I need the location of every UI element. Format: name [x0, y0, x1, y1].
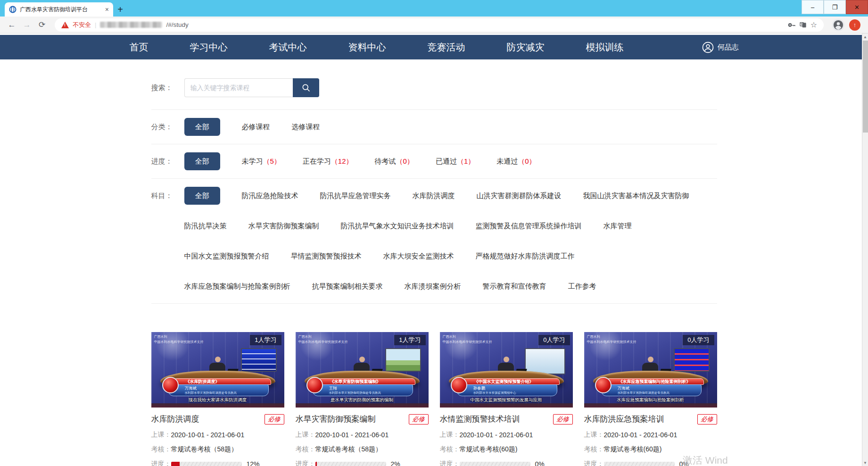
progress-option-notstarted[interactable]: 未学习（5） — [242, 152, 281, 170]
progress-bar — [171, 462, 242, 466]
nav-item-exam-center[interactable]: 考试中心 — [269, 41, 307, 54]
watermark-line: 广西水利 — [587, 334, 637, 340]
category-option-elective[interactable]: 选修课程 — [292, 118, 320, 136]
back-icon[interactable]: ← — [6, 20, 18, 30]
nav-item-study-center[interactable]: 学习中心 — [190, 41, 228, 54]
subject-tag[interactable]: 水库管理 — [603, 217, 632, 235]
progress-bar — [604, 462, 675, 466]
subject-option-all[interactable]: 全部 — [184, 187, 220, 205]
category-option-all[interactable]: 全部 — [184, 118, 220, 136]
security-label[interactable]: 不安全 — [73, 21, 91, 29]
red-logo-sphere — [595, 377, 612, 393]
subject-tag[interactable]: 抗旱预案编制相关要求 — [312, 277, 383, 295]
profile-avatar-icon[interactable] — [832, 19, 844, 31]
subject-tag[interactable]: 防汛抗旱气象水文知识业务技术培训 — [341, 217, 454, 235]
progress-label: 进度： — [584, 460, 604, 466]
password-key-icon[interactable] — [788, 21, 795, 29]
forward-icon[interactable]: → — [21, 20, 33, 30]
speaker-org: 水利部水旱灾害防御司调度处专员教高 — [618, 391, 699, 395]
category-option-required[interactable]: 必修课程 — [242, 118, 270, 136]
reload-icon[interactable]: ⟳ — [36, 20, 48, 30]
subject-tag[interactable]: 防汛抗旱决策 — [184, 217, 227, 235]
course-title[interactable]: 水情监测预警技术培训 — [440, 414, 520, 424]
progress-option-failed[interactable]: 未通过（0） — [496, 152, 536, 170]
progress-option-passed[interactable]: 已通过（1） — [436, 152, 475, 170]
maximize-button[interactable]: ❐ — [824, 0, 846, 14]
address-bar[interactable]: 不安全 | /#/study ☆ — [55, 18, 824, 32]
course-title[interactable]: 水旱灾害防御预案编制 — [296, 414, 376, 424]
subject-tag[interactable]: 水库大坝安全监测技术 — [383, 247, 454, 265]
lower-third-body: 王翔 水利部水旱灾害防御司防御处专员教高 — [313, 384, 413, 396]
thumbnail-watermark: 广西水利 中国水利水电科学研究院技术支持 — [443, 334, 492, 344]
red-logo-sphere — [306, 377, 323, 393]
new-tab-button[interactable]: + — [113, 2, 127, 17]
lower-third-title: 《水库应急预案编制与抢险案例剖析》 — [606, 378, 704, 385]
nav-item-competition[interactable]: 竞赛活动 — [428, 41, 465, 54]
progress-option-pending-exam[interactable]: 待考试（0） — [375, 152, 414, 170]
option-count: （5） — [263, 157, 281, 165]
nav-item-resource-center[interactable]: 资料中心 — [348, 41, 386, 54]
nav-item-simulation-training[interactable]: 模拟训练 — [586, 41, 624, 54]
exam-row: 考核： 常规试卷考核（58题） — [296, 445, 429, 454]
subject-tag[interactable]: 水库防洪调度 — [413, 187, 455, 205]
user-name: 何品志 — [718, 43, 739, 52]
url-path: /#/study — [166, 21, 188, 28]
nav-item-disaster-prevention[interactable]: 防灾减灾 — [507, 41, 545, 54]
translate-icon[interactable] — [799, 21, 807, 29]
subject-tag[interactable]: 防汛应急抢险技术 — [242, 187, 298, 205]
tab-close-icon[interactable]: × — [105, 6, 109, 13]
progress-bar — [460, 462, 530, 466]
course-thumbnail[interactable]: 广西水利 中国水利水电科学研究院技术支持 0人学习 《水库应急预案编制与抢险案例… — [584, 332, 717, 408]
subject-tag[interactable]: 旱情监测预警预报技术 — [291, 247, 362, 265]
minimize-button[interactable]: – — [802, 0, 824, 14]
subject-tag[interactable]: 防汛抗旱应急管理实务 — [320, 187, 391, 205]
subject-tag[interactable]: 监测预警及信息管理系统操作培训 — [476, 217, 582, 235]
scrollbar-down-arrow[interactable]: ▼ — [862, 459, 868, 466]
page-scrollbar[interactable]: ▲ ▼ — [862, 33, 868, 466]
course-thumbnail[interactable]: 广西水利 中国水利水电科学研究院技术支持 1人学习 《水旱灾害防御预案编制》 王… — [296, 332, 429, 408]
subject-tag[interactable]: 严格规范做好水库防洪调度工作 — [476, 247, 575, 265]
subject-tag[interactable]: 山洪灾害群测群防体系建设 — [477, 187, 562, 205]
course-thumbnail[interactable]: 广西水利 中国水利水电科学研究院技术支持 0人学习 《中国水文监测预报预警介绍》… — [440, 332, 573, 408]
subject-tag[interactable]: 工作参考 — [568, 277, 596, 295]
thumbnail-watermark: 广西水利 中国水利水电科学研究院技术支持 — [154, 334, 204, 344]
user-menu[interactable]: 何品志 — [702, 42, 739, 53]
subject-tag[interactable]: 水库应急预案编制与抢险案例剖析 — [184, 277, 290, 295]
class-time-value: 2020-10-01 - 2021-06-01 — [171, 431, 245, 439]
exam-label: 考核： — [151, 445, 171, 454]
progress-option-all[interactable]: 全部 — [184, 152, 220, 170]
watermark-line: 中国水利水电科学研究院技术支持 — [443, 340, 492, 345]
thumbnail-caption: 现在我给大家讲水库防洪调度 — [151, 397, 284, 403]
subject-tag[interactable]: 我国山洪灾害基本情况及灾害防御 — [583, 187, 689, 205]
thumbnail-watermark: 广西水利 中国水利水电科学研究院技术支持 — [298, 334, 348, 344]
learners-badge: 1人学习 — [250, 335, 281, 345]
learners-badge: 1人学习 — [394, 335, 425, 345]
progress-option-learning[interactable]: 正在学习（12） — [303, 152, 353, 170]
course-title[interactable]: 水库防洪应急预案培训 — [584, 414, 664, 424]
browser-tab[interactable]: 广西水旱灾害防御培训平台 × — [5, 2, 113, 17]
search-button[interactable] — [293, 78, 319, 97]
course-card: 广西水利 中国水利水电科学研究院技术支持 0人学习 《水库应急预案编制与抢险案例… — [584, 332, 717, 466]
nav-item-home[interactable]: 首页 — [130, 41, 149, 54]
exam-row: 考核： 常规试卷考核（58题） — [151, 445, 284, 454]
browser-update-icon[interactable]: ↑ — [849, 19, 860, 31]
subject-tag[interactable]: 中国水文监测预报预警介绍 — [184, 247, 269, 265]
red-logo-sphere — [162, 377, 179, 393]
lower-third-banner: 《水库防洪调度》 万海斌 水利部水旱灾害防御司调度处专员教高 — [165, 378, 271, 396]
site-favicon — [9, 6, 17, 13]
browser-toolbar: ← → ⟳ 不安全 | /#/study ☆ ↑ — [0, 17, 868, 33]
required-badge: 必修 — [265, 414, 284, 424]
subject-tag[interactable]: 水旱灾害防御预案编制 — [248, 217, 319, 235]
subject-tag[interactable]: 水库溃坝案例分析 — [405, 277, 461, 295]
course-title[interactable]: 水库防洪调度 — [151, 414, 199, 424]
subject-tag[interactable]: 警示教育和宣传教育 — [483, 277, 546, 295]
security-warning-icon — [61, 22, 69, 28]
option-count: （12） — [331, 157, 353, 165]
close-button[interactable]: ✕ — [846, 0, 868, 14]
scrollbar-thumb[interactable] — [863, 41, 868, 133]
course-card-grid: 广西水利 中国水利水电科学研究院技术支持 1人学习 《水库防洪调度》 万海斌 水… — [151, 332, 717, 466]
scrollbar-up-arrow[interactable]: ▲ — [862, 33, 868, 40]
search-input[interactable] — [184, 78, 293, 97]
bookmark-star-icon[interactable]: ☆ — [810, 20, 817, 29]
course-thumbnail[interactable]: 广西水利 中国水利水电科学研究院技术支持 1人学习 《水库防洪调度》 万海斌 水… — [151, 332, 284, 408]
